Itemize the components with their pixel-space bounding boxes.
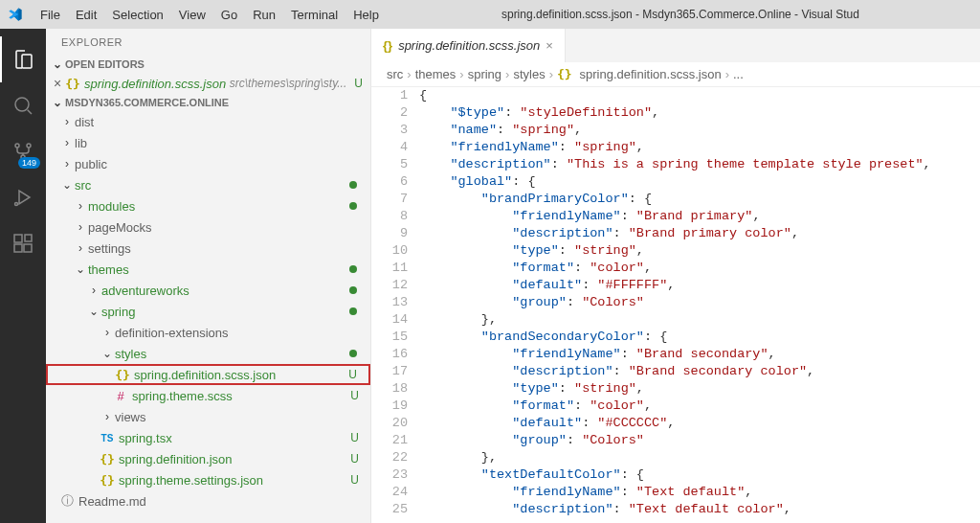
tree-item-label: spring.definition.scss.json: [134, 368, 276, 382]
code-line[interactable]: "friendlyName": "Text default",: [419, 484, 980, 501]
menu-help[interactable]: Help: [345, 4, 387, 26]
folder-styles[interactable]: ⌄styles: [46, 343, 370, 364]
breadcrumb-item[interactable]: styles: [513, 67, 545, 81]
folder-public[interactable]: ›public: [46, 153, 370, 174]
code-line[interactable]: "default": "#FFFFFF",: [419, 277, 980, 294]
file-spring.tsx[interactable]: TSspring.tsxU: [46, 427, 370, 448]
menu-go[interactable]: Go: [213, 4, 245, 26]
code-line[interactable]: "brandSecondaryColor": {: [419, 329, 980, 346]
menu-file[interactable]: File: [33, 4, 68, 26]
folder-lib[interactable]: ›lib: [46, 132, 370, 153]
tree-item-label: dist: [75, 115, 94, 129]
search-icon[interactable]: [0, 82, 46, 128]
breadcrumbs[interactable]: src›themes›spring›styles›{} spring.defin…: [371, 62, 980, 87]
code-line[interactable]: "group": "Colors": [419, 294, 980, 311]
tree-item-label: styles: [115, 347, 146, 361]
code-line[interactable]: "type": "string",: [419, 242, 980, 260]
code-line[interactable]: "global": {: [419, 173, 980, 191]
folder-dist[interactable]: ›dist: [46, 111, 370, 132]
breadcrumb-item[interactable]: {} spring.definition.scss.json: [557, 67, 722, 81]
chevron-right-icon: ›: [59, 115, 75, 128]
breadcrumb-item[interactable]: themes: [415, 67, 457, 81]
chevron-down-icon: ⌄: [50, 96, 65, 109]
code-line[interactable]: },: [419, 449, 980, 466]
code-line[interactable]: "textDefaultColor": {: [419, 466, 980, 484]
code-editor[interactable]: 1234567891011121314151617181920212223242…: [371, 87, 980, 523]
open-editors-header[interactable]: ⌄ OPEN EDITORS: [46, 56, 370, 73]
run-debug-icon[interactable]: [0, 174, 46, 220]
menu-view[interactable]: View: [171, 4, 213, 26]
chevron-right-icon: ›: [73, 220, 88, 234]
code-line[interactable]: "$type": "styleDefinition",: [419, 104, 980, 122]
extensions-icon[interactable]: [0, 220, 46, 266]
folder-adventureworks[interactable]: ›adventureworks: [46, 280, 370, 301]
json-icon: {}: [383, 38, 392, 53]
code-line[interactable]: "friendlyName": "Brand secondary",: [419, 346, 980, 363]
git-modified-dot: [349, 181, 357, 189]
git-status-letter: U: [354, 77, 367, 90]
svg-point-1: [15, 144, 19, 148]
svg-point-4: [15, 203, 18, 206]
tree-item-label: lib: [75, 136, 87, 150]
tab-filename: spring.definition.scss.json: [398, 38, 540, 53]
code-line[interactable]: "description": "Text default color",: [419, 501, 980, 518]
file-spring.definition.json[interactable]: {}spring.definition.jsonU: [46, 448, 370, 469]
code-line[interactable]: "description": "Brand secondary color",: [419, 363, 980, 380]
code-line[interactable]: "friendlyName": "spring",: [419, 139, 980, 156]
code-content[interactable]: { "$type": "styleDefinition", "name": "s…: [419, 87, 980, 523]
code-line[interactable]: "friendlyName": "Brand primary",: [419, 208, 980, 225]
vscode-icon: [8, 7, 23, 22]
code-line[interactable]: "brandPrimaryColor": {: [419, 191, 980, 208]
open-editor-item[interactable]: × {} spring.definition.scss.json src\the…: [46, 73, 370, 94]
tree-item-label: spring.theme.scss: [132, 389, 233, 403]
line-gutter: 1234567891011121314151617181920212223242…: [371, 87, 419, 523]
code-line[interactable]: },: [419, 311, 980, 329]
close-icon[interactable]: ×: [50, 76, 65, 91]
json-icon: {}: [557, 67, 579, 81]
tree-item-label: spring.definition.json: [119, 452, 233, 466]
code-line[interactable]: "description": "Brand primary color",: [419, 225, 980, 242]
menu-selection[interactable]: Selection: [104, 4, 170, 26]
menu-edit[interactable]: Edit: [68, 4, 104, 26]
tree-item-label: views: [115, 410, 146, 424]
code-line[interactable]: "group": "Colors": [419, 432, 980, 449]
code-line[interactable]: "format": "color",: [419, 398, 980, 415]
git-status-letter: U: [348, 368, 361, 381]
menu-items: FileEditSelectionViewGoRunTerminalHelp: [33, 8, 387, 22]
folder-src[interactable]: ⌄src: [46, 174, 370, 195]
folder-themes[interactable]: ⌄themes: [46, 259, 370, 280]
folder-modules[interactable]: ›modules: [46, 195, 370, 216]
code-line[interactable]: {: [419, 87, 980, 104]
editor-tab[interactable]: {} spring.definition.scss.json ×: [371, 29, 566, 62]
explorer-icon[interactable]: [0, 36, 46, 82]
close-icon[interactable]: ×: [546, 38, 553, 53]
workspace-header[interactable]: ⌄ MSDYN365.COMMERCE.ONLINE: [46, 94, 370, 111]
chevron-right-icon: ›: [59, 136, 75, 149]
menu-terminal[interactable]: Terminal: [283, 4, 345, 26]
folder-spring[interactable]: ⌄spring: [46, 301, 370, 322]
folder-settings[interactable]: ›settings: [46, 238, 370, 259]
sidebar-title: EXPLORER: [46, 29, 370, 56]
file-spring.theme.scss[interactable]: #spring.theme.scssU: [46, 385, 370, 406]
json-icon: {}: [100, 472, 115, 488]
file-spring.theme.settings.json[interactable]: {}spring.theme.settings.jsonU: [46, 469, 370, 490]
code-line[interactable]: "format": "color",: [419, 260, 980, 277]
file-spring.definition.scss.json[interactable]: {}spring.definition.scss.jsonU: [46, 364, 370, 385]
svg-rect-5: [14, 235, 22, 242]
code-line[interactable]: "description": "This is a spring theme t…: [419, 156, 980, 173]
source-control-icon[interactable]: 149: [0, 128, 46, 174]
folder-definition-extensions[interactable]: ›definition-extensions: [46, 322, 370, 343]
breadcrumb-item[interactable]: ...: [733, 67, 744, 81]
folder-views[interactable]: ›views: [46, 406, 370, 427]
folder-pageMocks[interactable]: ›pageMocks: [46, 216, 370, 238]
tree-item-label: settings: [88, 241, 131, 256]
menubar: FileEditSelectionViewGoRunTerminalHelp s…: [0, 0, 980, 29]
code-line[interactable]: "name": "spring",: [419, 122, 980, 139]
file-Readme.md[interactable]: ⓘReadme.md: [46, 490, 370, 512]
chevron-down-icon: ⌄: [86, 305, 101, 318]
breadcrumb-item[interactable]: src: [387, 67, 403, 81]
code-line[interactable]: "type": "string",: [419, 380, 980, 398]
breadcrumb-item[interactable]: spring: [468, 67, 501, 81]
code-line[interactable]: "default": "#CCCCCC",: [419, 415, 980, 432]
menu-run[interactable]: Run: [245, 4, 283, 26]
